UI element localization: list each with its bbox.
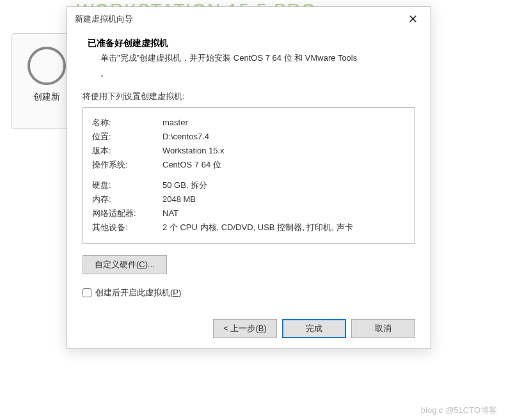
summary-row: 版本: Workstation 15.x [92, 144, 406, 158]
summary-box: 名称: master 位置: D:\centos7.4 版本: Workstat… [83, 107, 415, 244]
watermark: blog.c @51CTO博客 [421, 405, 497, 416]
dialog-footer: < 上一步(B) 完成 取消 [67, 311, 431, 348]
row-value: master [162, 116, 406, 130]
back-button[interactable]: < 上一步(B) [213, 319, 277, 338]
row-label: 位置: [92, 130, 162, 144]
row-value: D:\centos7.4 [162, 130, 406, 144]
summary-row: 硬盘: 50 GB, 拆分 [92, 178, 406, 192]
row-value: 2048 MB [162, 192, 406, 206]
summary-row: 内存: 2048 MB [92, 192, 406, 206]
section-label: 将使用下列设置创建虚拟机: [83, 91, 415, 102]
row-value: CentOS 7 64 位 [162, 158, 406, 172]
titlebar: 新建虚拟机向导 ✕ [67, 7, 431, 31]
summary-row: 其他设备: 2 个 CPU 内核, CD/DVD, USB 控制器, 打印机, … [92, 221, 406, 235]
row-label: 网络适配器: [92, 206, 162, 221]
customize-hardware-button[interactable]: 自定义硬件(C)... [83, 255, 167, 274]
power-on-after-create-checkbox[interactable]: 创建后开启此虚拟机(P) [83, 287, 415, 299]
summary-row: 位置: D:\centos7.4 [92, 130, 406, 144]
dialog-title: 新建虚拟机向导 [75, 13, 133, 25]
row-label: 其他设备: [92, 221, 162, 235]
bg-card-icon [28, 47, 66, 85]
dialog-subheading: 单击"完成"创建虚拟机，并开始安装 CentOS 7 64 位 和 VMware… [100, 52, 415, 65]
dialog-body: 已准备好创建虚拟机 单击"完成"创建虚拟机，并开始安装 CentOS 7 64 … [67, 31, 431, 311]
row-label: 操作系统: [92, 158, 162, 172]
row-label: 内存: [92, 192, 162, 206]
power-on-checkbox-input[interactable] [83, 288, 91, 297]
dialog-heading: 已准备好创建虚拟机 [88, 38, 415, 49]
row-label: 版本: [92, 144, 162, 158]
new-vm-wizard-dialog: 新建虚拟机向导 ✕ 已准备好创建虚拟机 单击"完成"创建虚拟机，并开始安装 Ce… [67, 6, 431, 349]
summary-row: 名称: master [92, 116, 406, 130]
row-value: 50 GB, 拆分 [162, 178, 406, 192]
close-icon[interactable]: ✕ [403, 12, 423, 26]
row-value: Workstation 15.x [162, 144, 406, 158]
row-value: 2 个 CPU 内核, CD/DVD, USB 控制器, 打印机, 声卡 [162, 221, 406, 235]
finish-button[interactable]: 完成 [282, 319, 346, 338]
summary-row: 操作系统: CentOS 7 64 位 [92, 158, 406, 172]
row-label: 硬盘: [92, 178, 162, 192]
summary-row: 网络适配器: NAT [92, 206, 406, 221]
dialog-subheading2: 。 [100, 68, 415, 79]
power-on-checkbox-label: 创建后开启此虚拟机(P) [95, 287, 181, 299]
row-label: 名称: [92, 116, 162, 130]
row-value: NAT [162, 206, 406, 221]
cancel-button[interactable]: 取消 [351, 319, 415, 338]
